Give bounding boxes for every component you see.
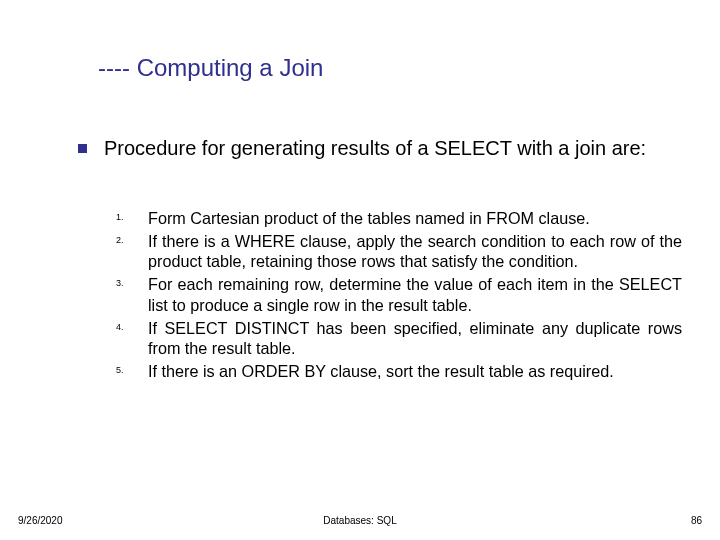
list-item: 5. If there is an ORDER BY clause, sort … bbox=[148, 361, 682, 382]
item-text: If there is an ORDER BY clause, sort the… bbox=[148, 361, 682, 382]
item-text: If there is a WHERE clause, apply the se… bbox=[148, 231, 682, 272]
intro-block: Procedure for generating results of a SE… bbox=[78, 136, 678, 161]
item-number: 2. bbox=[116, 235, 124, 245]
list-item: 3. For each remaining row, determine the… bbox=[148, 274, 682, 315]
item-number: 3. bbox=[116, 278, 124, 288]
slide: ---- Computing a Join Procedure for gene… bbox=[0, 0, 720, 540]
list-item: 1. Form Cartesian product of the tables … bbox=[148, 208, 682, 229]
footer-page-number: 86 bbox=[691, 515, 702, 526]
item-number: 1. bbox=[116, 212, 124, 222]
footer-title: Databases: SQL bbox=[0, 515, 720, 526]
item-text: If SELECT DISTINCT has been specified, e… bbox=[148, 318, 682, 359]
slide-title: ---- Computing a Join bbox=[98, 54, 323, 82]
item-text: For each remaining row, determine the va… bbox=[148, 274, 682, 315]
item-number: 5. bbox=[116, 365, 124, 375]
ordered-list: 1. Form Cartesian product of the tables … bbox=[148, 208, 682, 384]
item-text: Form Cartesian product of the tables nam… bbox=[148, 208, 682, 229]
list-item: 2. If there is a WHERE clause, apply the… bbox=[148, 231, 682, 272]
list-item: 4. If SELECT DISTINCT has been specified… bbox=[148, 318, 682, 359]
bullet-square-icon bbox=[78, 144, 87, 153]
item-number: 4. bbox=[116, 322, 124, 332]
intro-text: Procedure for generating results of a SE… bbox=[104, 136, 678, 161]
